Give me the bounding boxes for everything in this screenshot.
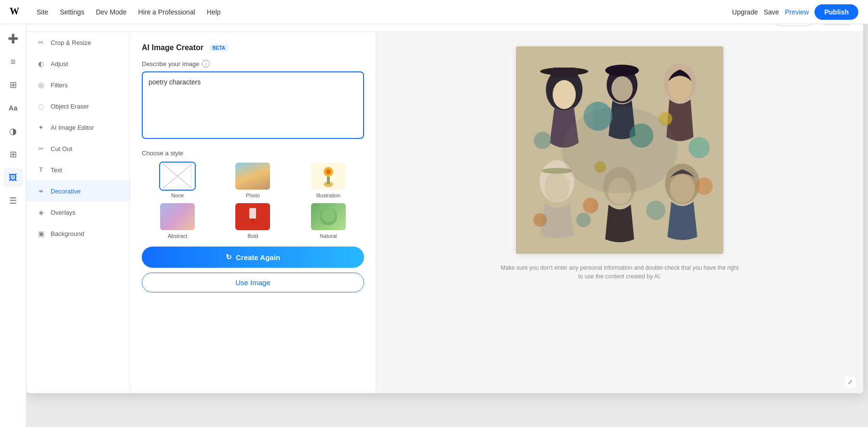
sidebar-layers-icon[interactable]: ☰: [3, 191, 23, 210]
style-label: Choose a style: [142, 150, 364, 157]
style-illustration-item[interactable]: Illustration: [293, 162, 364, 198]
sidebar-sections-icon[interactable]: ⊞: [3, 75, 23, 95]
tools-panel: ✂ Crop & Resize ◐ Adjust ◎ Filters ◌ Obj…: [27, 32, 130, 393]
svg-point-20: [611, 76, 633, 101]
style-abstract-item[interactable]: Abstract: [142, 202, 213, 239]
tool-overlays[interactable]: ◈ Overlays: [27, 202, 130, 223]
tool-object-eraser[interactable]: ◌ Object Eraser: [27, 96, 130, 117]
sidebar-text-icon[interactable]: Aa: [3, 98, 23, 118]
sidebar-theme-icon[interactable]: ◑: [3, 122, 23, 141]
style-illustration-label: Illustration: [316, 193, 340, 198]
sidebar-pages-icon[interactable]: ≡: [3, 52, 23, 71]
upgrade-button[interactable]: Upgrade: [732, 8, 758, 16]
svg-rect-8: [249, 208, 256, 219]
eraser-icon: ◌: [36, 101, 46, 111]
describe-info-icon[interactable]: i: [202, 60, 210, 68]
style-bold-thumb: [234, 202, 271, 231]
style-none-thumb: [159, 162, 196, 191]
style-photo-label: Photo: [246, 193, 260, 198]
style-illustration-thumb: [310, 162, 347, 191]
tool-crop[interactable]: ✂ Crop & Resize: [27, 32, 130, 53]
nav-devmode[interactable]: Dev Mode: [96, 8, 127, 16]
svg-point-37: [695, 178, 713, 195]
crop-icon: ✂: [36, 38, 46, 47]
style-none-label: None: [171, 193, 184, 198]
use-image-button[interactable]: Use Image: [142, 273, 364, 292]
background-icon: ▣: [36, 229, 46, 238]
describe-label: Describe your image i: [142, 60, 364, 68]
sidebar-media-icon[interactable]: 🖼: [3, 168, 23, 187]
sidebar-add-icon[interactable]: ➕: [3, 29, 23, 48]
style-bold-item[interactable]: Bold: [217, 202, 288, 239]
svg-point-11: [322, 208, 335, 222]
svg-point-7: [326, 169, 331, 174]
svg-rect-9: [251, 219, 254, 223]
ai-creator-title: AI Image Creator: [142, 43, 203, 52]
svg-text:W: W: [10, 6, 19, 16]
style-photo-item[interactable]: Photo: [217, 162, 288, 198]
style-natural-label: Natural: [320, 233, 337, 239]
nav-settings[interactable]: Settings: [60, 8, 84, 16]
svg-point-29: [670, 174, 695, 203]
svg-point-19: [605, 65, 639, 76]
tool-decorative[interactable]: ❧ Decorative: [27, 180, 130, 202]
style-abstract-thumb: [159, 202, 196, 231]
describe-textarea[interactable]: poetry characters: [142, 71, 364, 139]
nav-right: Upgrade Save Preview Publish: [732, 4, 858, 20]
ai-creator-title-row: AI Image Creator BETA: [142, 43, 364, 52]
wix-logo[interactable]: W: [10, 6, 27, 18]
publish-button[interactable]: Publish: [814, 4, 858, 20]
disclaimer-text: Make sure you don't enter any personal i…: [499, 263, 740, 281]
image-preview-panel: Make sure you don't enter any personal i…: [376, 32, 863, 393]
style-natural-item[interactable]: Natural: [293, 202, 364, 239]
style-natural-thumb: [310, 202, 347, 231]
filters-icon: ◎: [36, 80, 46, 90]
adjust-icon: ◐: [36, 59, 46, 69]
nav-hire[interactable]: Hire a Professional: [138, 8, 195, 16]
style-abstract-label: Abstract: [168, 233, 187, 239]
save-button[interactable]: Save: [764, 8, 779, 16]
top-navigation: W Site Settings Dev Mode Hire a Professi…: [0, 0, 868, 24]
svg-rect-5: [327, 177, 330, 184]
tool-adjust[interactable]: ◐ Adjust: [27, 53, 130, 74]
svg-rect-42: [516, 46, 593, 254]
ai-editor-icon: ✦: [36, 123, 46, 132]
tool-text[interactable]: T Text: [27, 159, 130, 180]
tool-background[interactable]: ▣ Background: [27, 223, 130, 244]
svg-point-34: [646, 201, 665, 220]
style-grid: None Photo: [142, 162, 364, 239]
expand-icon[interactable]: ⤢: [845, 377, 855, 387]
tool-cut-out[interactable]: ✂ Cut Out: [27, 138, 130, 159]
style-photo-thumb: [234, 162, 271, 191]
cut-icon: ✂: [36, 144, 46, 153]
generated-image: [516, 46, 723, 254]
decorative-icon: ❧: [36, 186, 46, 196]
text-icon: T: [36, 165, 46, 175]
svg-point-32: [689, 137, 710, 158]
photo-studio-modal: ✕ Photo Studio ? Revert to Original ↩ ↪ …: [27, 5, 863, 393]
nav-site[interactable]: Site: [37, 8, 48, 16]
tool-filters[interactable]: ◎ Filters: [27, 74, 130, 96]
left-sidebar: ➕ ≡ ⊞ Aa ◑ ⊞ 🖼 ☰: [0, 24, 27, 427]
sidebar-apps-icon[interactable]: ⊞: [3, 145, 23, 164]
modal-body: ✂ Crop & Resize ◐ Adjust ◎ Filters ◌ Obj…: [27, 32, 863, 393]
nav-items: Site Settings Dev Mode Hire a Profession…: [37, 8, 732, 16]
create-icon: ↻: [226, 253, 232, 262]
beta-badge: BETA: [210, 44, 228, 52]
tool-ai-image-editor[interactable]: ✦ AI Image Editor: [27, 117, 130, 138]
style-bold-label: Bold: [247, 233, 258, 239]
create-again-button[interactable]: ↻ Create Again: [142, 247, 364, 268]
nav-help[interactable]: Help: [207, 8, 221, 16]
style-none-item[interactable]: None: [142, 162, 213, 198]
collage-svg: [516, 46, 723, 254]
overlays-icon: ◈: [36, 207, 46, 217]
preview-button[interactable]: Preview: [785, 8, 809, 16]
ai-creator-panel: AI Image Creator BETA Describe your imag…: [130, 32, 376, 393]
